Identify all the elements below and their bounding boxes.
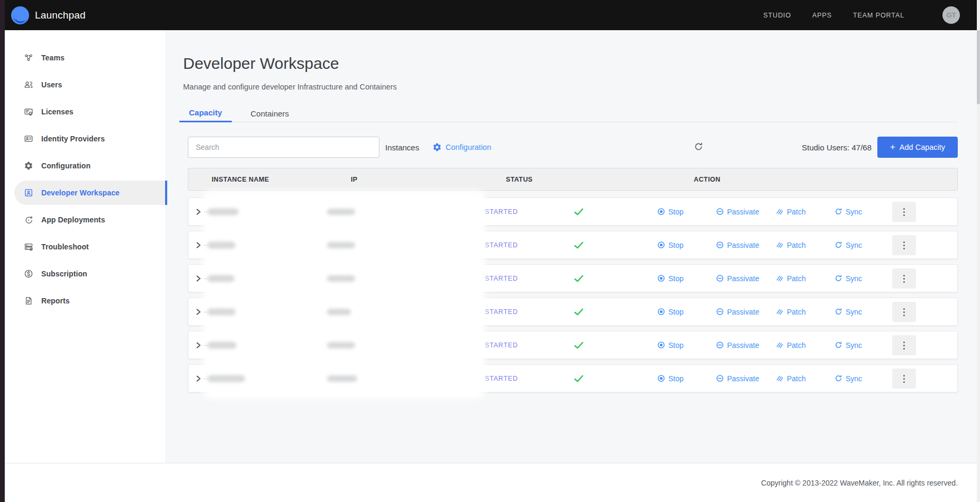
stop-action-link[interactable]: Stop (657, 208, 684, 216)
search-input[interactable] (188, 137, 379, 158)
user-avatar[interactable]: GT (942, 6, 960, 24)
action-label: Passivate (727, 208, 759, 216)
sidebar-item-developer-workspace[interactable]: Developer Workspace (14, 181, 165, 205)
redacted-instance-name (207, 308, 235, 315)
redacted-instance-name (207, 241, 235, 248)
row-expand-chevron[interactable] (195, 275, 202, 282)
sidebar-item-label: Licenses (41, 107, 74, 116)
stop-icon (657, 208, 665, 216)
tabs: Capacity Containers (179, 104, 298, 122)
passivate-icon (716, 341, 724, 349)
redacted-ip (327, 209, 355, 215)
sync-action-link[interactable]: Sync (834, 241, 862, 249)
tab-containers[interactable]: Containers (241, 104, 299, 122)
row-expand-chevron[interactable] (195, 375, 202, 382)
row-expand-chevron[interactable] (195, 241, 202, 249)
stop-icon (657, 374, 665, 382)
stop-icon (657, 274, 665, 282)
stop-icon (657, 341, 665, 349)
table-row: ..STARTEDStopPassivatePatchSync (188, 331, 958, 359)
patch-action-link[interactable]: Patch (776, 208, 806, 216)
nav-team-portal[interactable]: TEAM PORTAL (853, 12, 904, 19)
nav-studio[interactable]: STUDIO (763, 12, 791, 19)
configuration-link[interactable]: Configuration (432, 142, 491, 152)
sidebar-item-identity-providers[interactable]: Identity Providers (14, 127, 165, 151)
add-capacity-button[interactable]: + Add Capacity (877, 137, 958, 158)
action-label: Stop (668, 208, 684, 216)
identity-providers-icon (24, 134, 33, 144)
action-label: Patch (787, 208, 806, 216)
sidebar-item-troubleshoot[interactable]: Troubleshoot (14, 235, 165, 259)
chevron-right-icon (195, 375, 202, 382)
tab-capacity[interactable]: Capacity (179, 104, 232, 122)
redacted-instance-name (207, 342, 237, 348)
row-menu-kebab-button[interactable] (892, 335, 916, 355)
row-expand-chevron[interactable] (195, 208, 202, 216)
row-menu-kebab-button[interactable] (892, 268, 916, 289)
status-text: STARTED (485, 275, 518, 282)
instances-table: INSTANCE NAME IP STATUS ACTION ..STARTED… (188, 168, 958, 398)
teams-icon (24, 53, 33, 62)
passivate-icon (716, 208, 724, 216)
status-text: STARTED (485, 308, 518, 316)
stop-action-link[interactable]: Stop (657, 241, 684, 249)
refresh-button[interactable] (689, 138, 707, 156)
row-menu-kebab-button[interactable] (892, 235, 916, 255)
sidebar-item-app-deployments[interactable]: App Deployments (14, 208, 165, 232)
sidebar-item-configuration[interactable]: Configuration (14, 154, 165, 178)
row-menu-kebab-button[interactable] (892, 369, 916, 389)
sidebar-item-subscription[interactable]: Subscription (14, 262, 165, 286)
subscription-icon (24, 269, 33, 279)
action-label: Sync (846, 241, 862, 249)
passivate-action-link[interactable]: Passivate (716, 308, 759, 316)
action-label: Passivate (727, 241, 759, 249)
passivate-icon (716, 241, 724, 249)
row-menu-kebab-button[interactable] (892, 302, 916, 322)
passivate-action-link[interactable]: Passivate (716, 274, 759, 283)
passivate-action-link[interactable]: Passivate (716, 374, 759, 383)
patch-icon (776, 374, 784, 382)
nav-apps[interactable]: APPS (812, 12, 832, 19)
sidebar-item-users[interactable]: Users (14, 73, 165, 97)
sync-action-link[interactable]: Sync (834, 341, 862, 349)
sync-action-link[interactable]: Sync (834, 308, 862, 316)
action-label: Sync (846, 274, 862, 283)
stop-action-link[interactable]: Stop (657, 274, 684, 283)
stop-icon (657, 308, 665, 316)
patch-action-link[interactable]: Patch (776, 341, 806, 349)
sidebar-item-teams[interactable]: Teams (14, 46, 165, 70)
sync-action-link[interactable]: Sync (834, 208, 862, 216)
column-header-status: STATUS (506, 176, 533, 183)
main-content: Developer Workspace Manage and configure… (165, 30, 980, 463)
sidebar: TeamsUsersLicensesIdentity ProvidersConf… (5, 30, 165, 463)
stop-action-link[interactable]: Stop (657, 341, 684, 349)
sync-icon (834, 374, 842, 382)
row-menu-kebab-button[interactable] (892, 202, 916, 222)
stop-action-link[interactable]: Stop (657, 374, 684, 383)
stop-action-link[interactable]: Stop (657, 308, 684, 316)
sync-icon (834, 274, 842, 282)
status-text: STARTED (485, 342, 518, 349)
passivate-action-link[interactable]: Passivate (716, 241, 759, 249)
table-row: ..STARTEDStopPassivatePatchSync (188, 264, 958, 292)
passivate-icon (716, 374, 724, 382)
sidebar-item-licenses[interactable]: Licenses (14, 100, 165, 124)
passivate-action-link[interactable]: Passivate (716, 341, 759, 349)
redacted-ip (327, 342, 355, 348)
page-scrollbar[interactable] (977, 0, 980, 502)
patch-action-link[interactable]: Patch (776, 374, 806, 383)
patch-action-link[interactable]: Patch (776, 241, 806, 249)
action-label: Sync (846, 308, 862, 316)
active-indicator (165, 181, 167, 205)
scrollbar-thumb[interactable] (977, 30, 980, 104)
patch-action-link[interactable]: Patch (776, 274, 806, 283)
row-expand-chevron[interactable] (195, 342, 202, 349)
sidebar-item-label: App Deployments (41, 216, 105, 224)
sync-action-link[interactable]: Sync (834, 374, 862, 383)
row-expand-chevron[interactable] (195, 308, 202, 316)
patch-action-link[interactable]: Patch (776, 308, 806, 316)
sync-action-link[interactable]: Sync (834, 274, 862, 283)
sidebar-item-reports[interactable]: Reports (14, 289, 165, 313)
action-label: Sync (846, 208, 862, 216)
passivate-action-link[interactable]: Passivate (716, 208, 759, 216)
